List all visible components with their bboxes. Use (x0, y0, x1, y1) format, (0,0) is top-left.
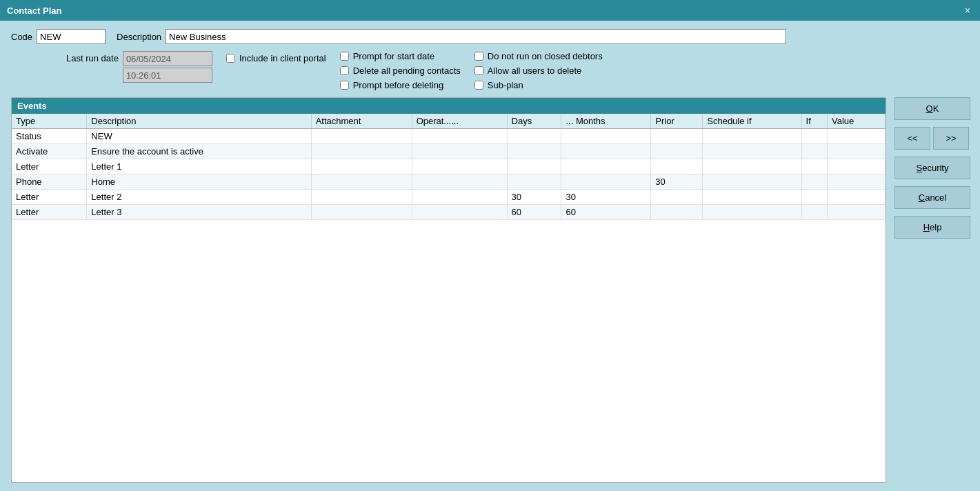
last-run-group: Last run date (66, 51, 212, 83)
table-cell (801, 129, 827, 144)
checkbox-prompt-start: Prompt for start date (340, 51, 461, 61)
events-header: Events (12, 98, 886, 114)
allow-delete-checkbox[interactable] (474, 66, 483, 75)
include-portal-checkbox[interactable] (226, 54, 235, 63)
col-if: If (801, 114, 827, 129)
table-cell (703, 144, 801, 159)
table-cell: Letter 3 (87, 205, 311, 220)
col-description: Description (87, 114, 311, 129)
table-cell (801, 144, 827, 159)
table-cell (801, 159, 827, 174)
content-area: Code Description Last run date Inclu (0, 21, 980, 491)
middle-section: Last run date Include in client portal P… (11, 51, 969, 90)
next-button[interactable]: >> (933, 127, 969, 150)
table-row[interactable]: LetterLetter 36060 (12, 205, 886, 220)
table-cell (311, 144, 412, 159)
table-cell (651, 144, 703, 159)
table-row[interactable]: LetterLetter 23030 (12, 190, 886, 205)
table-cell (561, 174, 651, 190)
table-cell (801, 174, 827, 190)
table-header-row: Type Description Attachment Operat......… (12, 114, 886, 129)
cancel-button[interactable]: Cancel (894, 186, 970, 209)
subplan-checkbox[interactable] (474, 81, 483, 90)
no-closed-checkbox[interactable] (474, 52, 483, 61)
table-cell (801, 190, 827, 205)
table-cell (651, 190, 703, 205)
table-cell (412, 159, 507, 174)
security-button[interactable]: Security (894, 157, 970, 179)
prev-button[interactable]: << (894, 127, 930, 150)
col-attachment: Attachment (311, 114, 412, 129)
include-portal-checkbox-group: Include in client portal (226, 53, 326, 63)
table-cell (651, 205, 703, 220)
table-cell (703, 159, 801, 174)
table-cell (561, 159, 651, 174)
description-input[interactable] (166, 29, 786, 44)
prompt-start-label: Prompt for start date (353, 51, 435, 61)
table-cell (651, 159, 703, 174)
help-button[interactable]: Help (894, 216, 970, 239)
col-value: Value (828, 114, 886, 129)
last-run-date-input[interactable] (123, 51, 212, 66)
table-cell: Home (87, 174, 311, 190)
table-cell (507, 129, 561, 144)
table-cell: Letter (12, 190, 87, 205)
table-cell (507, 159, 561, 174)
nav-buttons-row: << >> (894, 127, 969, 150)
col-schedule-if: Schedule if (703, 114, 801, 129)
window-title: Contact Plan (7, 6, 61, 16)
table-cell (507, 174, 561, 190)
description-label: Description (117, 32, 161, 42)
events-tbody: StatusNEWActivateEnsure the account is a… (12, 129, 886, 220)
date-time-stack (123, 51, 212, 83)
table-cell (412, 190, 507, 205)
table-cell (828, 174, 886, 190)
table-cell (703, 205, 801, 220)
table-cell: Letter 1 (87, 159, 311, 174)
table-row[interactable]: LetterLetter 1 (12, 159, 886, 174)
table-cell (561, 144, 651, 159)
include-portal-label: Include in client portal (239, 53, 326, 63)
checkbox-delete-pending: Delete all pending contacts (340, 66, 461, 76)
prompt-deleting-checkbox[interactable] (340, 81, 349, 90)
code-input[interactable] (37, 29, 106, 44)
table-cell (311, 159, 412, 174)
close-button[interactable]: × (962, 5, 973, 16)
delete-pending-checkbox[interactable] (340, 66, 349, 75)
prompt-start-checkbox[interactable] (340, 52, 349, 61)
table-cell: Letter (12, 205, 87, 220)
ok-button[interactable]: OK (894, 97, 970, 120)
table-cell (828, 144, 886, 159)
description-group: Description (117, 29, 786, 44)
checkbox-no-closed: Do not run on closed debtors (474, 51, 603, 61)
table-row[interactable]: ActivateEnsure the account is active (12, 144, 886, 159)
table-cell (703, 174, 801, 190)
table-cell: 60 (561, 205, 651, 220)
table-cell (311, 174, 412, 190)
last-run-time-input[interactable] (123, 68, 212, 83)
top-row: Code Description (11, 29, 969, 44)
table-cell: 30 (561, 190, 651, 205)
col-prior: Prior (651, 114, 703, 129)
events-section: Events Type Description Attachment Opera… (11, 97, 969, 483)
last-run-label: Last run date (66, 51, 119, 63)
table-row[interactable]: PhoneHome30 (12, 174, 886, 190)
table-cell: 60 (507, 205, 561, 220)
code-label: Code (11, 32, 32, 42)
col-operat: Operat...... (412, 114, 507, 129)
table-cell: Ensure the account is active (87, 144, 311, 159)
checkboxes-col1: Prompt for start date Delete all pending… (340, 51, 461, 90)
table-cell (412, 129, 507, 144)
col-days: Days (507, 114, 561, 129)
allow-delete-label: Allow all users to delete (488, 66, 582, 76)
checkbox-allow-delete: Allow all users to delete (474, 66, 603, 76)
prompt-deleting-label: Prompt before deleting (353, 80, 444, 90)
checkboxes-col2: Do not run on closed debtors Allow all u… (474, 51, 603, 90)
table-cell (311, 129, 412, 144)
table-cell (828, 159, 886, 174)
events-table: Type Description Attachment Operat......… (12, 114, 886, 220)
table-row[interactable]: StatusNEW (12, 129, 886, 144)
table-cell (311, 190, 412, 205)
title-bar: Contact Plan × (0, 0, 980, 21)
table-cell (507, 144, 561, 159)
